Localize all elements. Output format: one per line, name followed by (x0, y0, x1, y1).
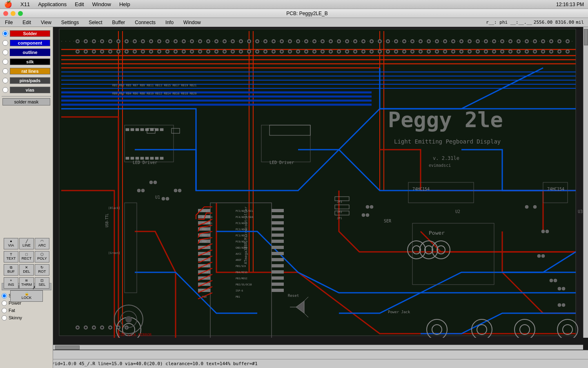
route-fat[interactable]: Fat (2, 307, 51, 314)
layer-pinspads[interactable]: pins/pads (2, 76, 50, 85)
bottom-silk: TOP SILK MIRROR (118, 333, 152, 337)
svg-point-110 (305, 40, 307, 43)
coord-display: r__: phi __:__.__ 2556.00 8316.00 mil (486, 20, 588, 25)
u3-label: U3 (578, 209, 583, 214)
svg-rect-267 (136, 128, 139, 131)
ins-tool[interactable]: +INS (4, 277, 18, 289)
menu-edit[interactable]: Edit (71, 1, 88, 7)
solder-mask-button[interactable]: solder mask (2, 98, 50, 105)
lock-tool[interactable]: 🔒LOCK (10, 290, 43, 302)
menu-window[interactable]: Window (88, 1, 115, 7)
vscroll-thumb[interactable] (584, 29, 588, 45)
svg-rect-305 (272, 270, 284, 274)
svg-point-108 (289, 40, 291, 43)
svg-point-362 (541, 254, 545, 258)
menu-connects[interactable]: Connects (130, 18, 160, 27)
hscroll-thumb[interactable] (55, 346, 80, 350)
menu-x11[interactable]: X11 (16, 1, 34, 7)
pad-holes-row1 (77, 40, 569, 43)
horizontal-scrollbar[interactable] (53, 345, 583, 350)
layer-solder[interactable]: Solder (2, 29, 50, 38)
window-title: PCB: Peggy2LE_B (26, 11, 588, 16)
menu-file[interactable]: File (0, 18, 18, 27)
svg-point-242 (387, 51, 389, 53)
sel-tool[interactable]: ⊡SEL (35, 277, 49, 289)
menu-view[interactable]: View (36, 18, 56, 27)
layer-solder-label[interactable]: Solder (10, 30, 50, 37)
jp1-label: JP1 (337, 217, 342, 220)
svg-point-136 (518, 40, 520, 43)
atmega-rpin-pc5: PC5/ADC5/SCL (236, 209, 254, 212)
layer-outline-label[interactable]: outline (10, 49, 50, 56)
poly-tool[interactable]: ⬡POLY (35, 251, 49, 263)
svg-point-227 (265, 51, 267, 53)
layer-silk[interactable]: silk (2, 57, 50, 66)
menu-window[interactable]: Window (178, 18, 206, 27)
svg-point-138 (534, 40, 536, 43)
layer-component[interactable]: component (2, 38, 50, 47)
menu-edit[interactable]: Edit (18, 18, 36, 27)
svg-point-251 (461, 51, 463, 53)
pcb-canvas[interactable]: Peggy 2le Light Emitting Pegboard Displa… (53, 27, 583, 338)
vertical-scrollbar[interactable] (583, 27, 588, 338)
menu-info[interactable]: Info (160, 18, 178, 27)
route-skinny-label: Skinny (9, 315, 22, 320)
text-tool[interactable]: TTEXT (4, 251, 18, 263)
menu-help[interactable]: Help (115, 1, 134, 7)
svg-point-121 (395, 40, 397, 43)
svg-point-224 (240, 51, 242, 53)
svg-rect-279 (155, 157, 158, 159)
layer-vias[interactable]: vias (2, 85, 50, 94)
atmega-pin-rxd: RXD/PD0 (202, 215, 213, 218)
svg-point-212 (142, 51, 144, 53)
layer-solder-radio[interactable] (2, 31, 8, 36)
layer-silk-label[interactable]: silk (10, 58, 50, 65)
close-button[interactable] (3, 11, 8, 16)
thrm-tool[interactable]: ≋THRM (19, 277, 34, 289)
svg-point-262 (550, 51, 552, 53)
rect-tool[interactable]: □RECT (19, 251, 34, 263)
layer-outline-radio[interactable] (2, 49, 8, 55)
svg-rect-266 (131, 128, 134, 131)
line-tool[interactable]: ╱LINE (19, 238, 34, 249)
via-tool[interactable]: ●VIA (4, 238, 18, 249)
svg-point-260 (534, 51, 536, 53)
usb-black-label: [Black] (108, 206, 120, 210)
route-fat-radio[interactable] (2, 308, 7, 313)
layer-component-radio[interactable] (2, 40, 8, 46)
menu-settings[interactable]: Settings (56, 18, 84, 27)
minimize-button[interactable] (11, 11, 16, 16)
tool-row-3: ⧉BUF ✕DEL ↻ROT (0, 263, 53, 276)
layer-pinspads-radio[interactable] (2, 78, 8, 83)
layer-outline[interactable]: outline (2, 48, 50, 57)
route-skinny[interactable]: Skinny (2, 314, 51, 321)
svg-rect-270 (150, 128, 154, 131)
arc-tool[interactable]: ◠ARC (35, 238, 49, 249)
menu-applications[interactable]: Applications (34, 1, 71, 7)
svg-point-244 (403, 51, 405, 53)
layer-ratlines-label[interactable]: rat lines (10, 68, 50, 74)
layer-ratlines-radio[interactable] (2, 68, 8, 74)
svg-point-246 (420, 51, 422, 53)
layer-ratlines[interactable]: rat lines (2, 67, 50, 76)
layer-silk-radio[interactable] (2, 59, 8, 65)
apple-menu[interactable]: 🍎 (0, 0, 16, 8)
svg-point-233 (314, 51, 316, 53)
svg-rect-271 (155, 128, 158, 131)
layer-pinspads-label[interactable]: pins/pads (10, 77, 50, 84)
svg-point-240 (371, 51, 373, 53)
del-tool[interactable]: ✕DEL (19, 264, 34, 276)
layer-vias-label[interactable]: vias (10, 87, 50, 93)
rot-tool[interactable]: ↻ROT (35, 264, 49, 276)
buf-tool[interactable]: ⧉BUF (4, 264, 18, 276)
power-jack-label: Power Jack (388, 310, 410, 314)
pcb-svg[interactable]: Peggy 2le Light Emitting Pegboard Displa… (53, 27, 583, 338)
menu-select[interactable]: Select (84, 18, 107, 27)
maximize-button[interactable] (18, 11, 23, 16)
svg-point-368 (562, 303, 565, 307)
svg-rect-280 (160, 157, 163, 159)
route-skinny-radio[interactable] (2, 315, 7, 321)
menu-buffer[interactable]: Buffer (107, 18, 130, 27)
layer-component-label[interactable]: component (10, 40, 50, 46)
layer-vias-radio[interactable] (2, 87, 8, 93)
